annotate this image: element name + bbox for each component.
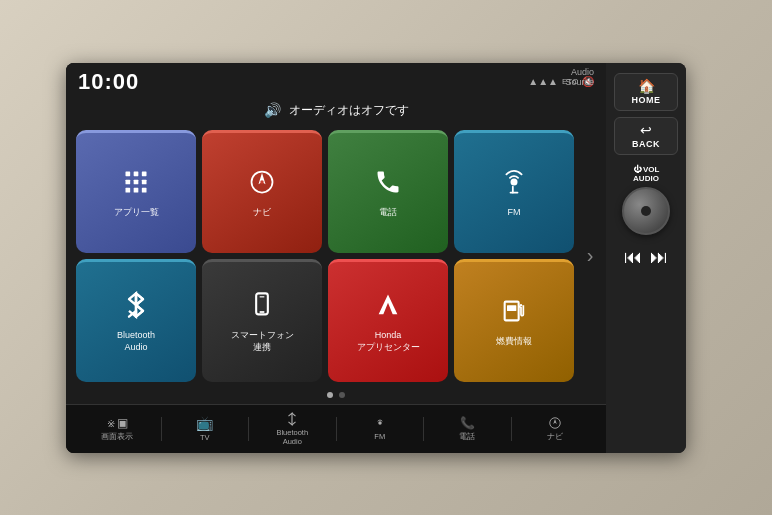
- audio-status-text: オーディオはオフです: [289, 102, 409, 119]
- nav-navi-label: ナビ: [547, 432, 563, 441]
- chevron-right-icon: ›: [587, 244, 594, 267]
- honda-app-label: Hondaアプリセンター: [357, 330, 420, 353]
- honda-icon: [374, 291, 402, 326]
- nav-bluetooth-icon: [285, 412, 299, 426]
- phone-label: 電話: [379, 207, 397, 219]
- main-content: アプリ一覧 ナビ: [66, 122, 606, 388]
- vol-knob-center: [641, 206, 651, 216]
- side-controls: 🏠 HOME ↩ BACK ⏻ VOLAUDIO ⏮ ⏭: [606, 63, 686, 453]
- tile-fm[interactable]: FM: [454, 130, 574, 253]
- status-bar: 10:00 ▲▲▲ ETC 🔇 AudioSource: [66, 63, 606, 99]
- volume-control: ⏻ VOLAUDIO: [622, 165, 670, 235]
- fm-label: FM: [508, 207, 521, 219]
- back-icon: ↩: [640, 122, 652, 138]
- next-arrow[interactable]: ›: [580, 130, 600, 382]
- home-icon: 🏠: [638, 78, 655, 94]
- svg-rect-7: [134, 188, 139, 193]
- phone-icon: [374, 168, 402, 203]
- tile-navi[interactable]: ナビ: [202, 130, 322, 253]
- app-grid: アプリ一覧 ナビ: [76, 130, 574, 382]
- svg-rect-4: [134, 180, 139, 185]
- signal-bars-icon: ▲▲▲: [528, 76, 558, 87]
- svg-rect-1: [134, 172, 139, 177]
- svg-point-24: [378, 421, 382, 425]
- audio-status-bar: 🔊 オーディオはオフです: [66, 99, 606, 122]
- audio-source-label: AudioSource: [565, 67, 594, 89]
- svg-rect-2: [142, 172, 147, 177]
- tile-fuel[interactable]: 燃費情報: [454, 259, 574, 382]
- next-track-button[interactable]: ⏭: [650, 247, 668, 268]
- svg-rect-5: [142, 180, 147, 185]
- svg-marker-18: [379, 295, 398, 315]
- page-indicator: [66, 388, 606, 404]
- fuel-icon: [500, 297, 528, 332]
- home-button[interactable]: 🏠 HOME: [614, 73, 678, 111]
- svg-marker-26: [553, 419, 557, 424]
- tile-apps-list[interactable]: アプリ一覧: [76, 130, 196, 253]
- media-controls: ⏮ ⏭: [624, 247, 668, 268]
- apps-list-icon: [122, 168, 150, 203]
- svg-rect-20: [507, 305, 516, 311]
- smartphone-icon: [248, 291, 276, 326]
- tile-smartphone[interactable]: スマートフォン連携: [202, 259, 322, 382]
- home-label: HOME: [632, 95, 661, 105]
- clock: 10:00: [78, 69, 139, 95]
- svg-rect-6: [126, 188, 131, 193]
- bluetooth-audio-label: BluetoothAudio: [117, 330, 155, 353]
- nav-phone-label: 電話: [459, 432, 475, 441]
- nav-fm-icon: [373, 416, 387, 430]
- navi-label: ナビ: [253, 207, 271, 219]
- audio-status-icon: 🔊: [264, 102, 281, 118]
- tile-bluetooth-audio[interactable]: BluetoothAudio: [76, 259, 196, 382]
- car-dashboard: 10:00 ▲▲▲ ETC 🔇 AudioSource 🔊 オーディオはオフです: [0, 0, 772, 515]
- vol-label: ⏻ VOLAUDIO: [633, 165, 660, 183]
- nav-screen-display[interactable]: ※ ▣ 画面表示: [74, 413, 161, 444]
- volume-knob[interactable]: [622, 187, 670, 235]
- back-label: BACK: [632, 139, 660, 149]
- svg-point-11: [260, 180, 264, 184]
- touchscreen: 10:00 ▲▲▲ ETC 🔇 AudioSource 🔊 オーディオはオフです: [66, 63, 606, 453]
- nav-navi[interactable]: ナビ: [512, 413, 599, 444]
- screen-display-label: 画面表示: [101, 432, 133, 441]
- tile-phone[interactable]: 電話: [328, 130, 448, 253]
- nav-phone-icon: 📞: [460, 416, 475, 430]
- svg-rect-0: [126, 172, 131, 177]
- fuel-label: 燃費情報: [496, 336, 532, 348]
- page-dot-2: [339, 392, 345, 398]
- svg-point-21: [520, 304, 522, 306]
- apps-list-label: アプリ一覧: [114, 207, 159, 219]
- asterisk-icon: ※: [107, 418, 115, 429]
- bottom-navigation: ※ ▣ 画面表示 📺 TV Blu: [66, 404, 606, 453]
- nav-bluetooth-audio[interactable]: BluetoothAudio: [249, 409, 336, 449]
- nav-fm-label: FM: [374, 432, 385, 441]
- svg-rect-3: [126, 180, 131, 185]
- nav-fm[interactable]: FM: [337, 413, 424, 444]
- prev-track-button[interactable]: ⏮: [624, 247, 642, 268]
- fm-icon: [500, 168, 528, 203]
- tv-label: TV: [200, 433, 210, 442]
- back-button[interactable]: ↩ BACK: [614, 117, 678, 155]
- page-dot-1: [327, 392, 333, 398]
- navi-icon: [248, 168, 276, 203]
- nav-tv[interactable]: 📺 TV: [162, 412, 249, 445]
- tv-icon: 📺: [196, 415, 213, 431]
- nav-phone[interactable]: 📞 電話: [424, 413, 511, 444]
- bluetooth-icon: [122, 291, 150, 326]
- screen-display-icon: ▣: [117, 416, 128, 430]
- svg-rect-8: [142, 188, 147, 193]
- svg-point-12: [511, 179, 518, 186]
- smartphone-label: スマートフォン連携: [231, 330, 294, 353]
- nav-bluetooth-audio-label: BluetoothAudio: [276, 428, 308, 446]
- tile-honda-app[interactable]: Hondaアプリセンター: [328, 259, 448, 382]
- nav-navi-icon: [548, 416, 562, 430]
- infotainment-unit: 10:00 ▲▲▲ ETC 🔇 AudioSource 🔊 オーディオはオフです: [66, 63, 686, 453]
